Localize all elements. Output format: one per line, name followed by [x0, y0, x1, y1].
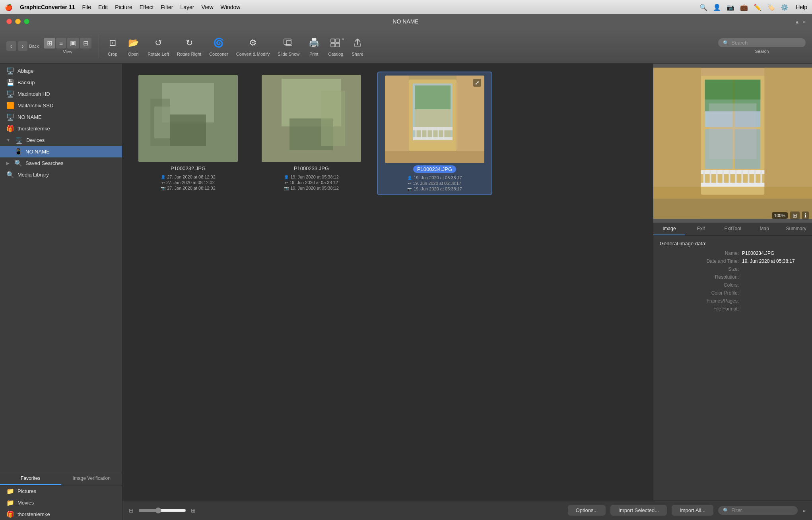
back-button[interactable]: ‹ — [6, 41, 16, 51]
minimize-button[interactable] — [15, 19, 21, 24]
svg-rect-28 — [413, 137, 453, 140]
menu-edit[interactable]: Edit — [98, 4, 108, 10]
cocooner-icon: 🌀 — [213, 36, 224, 50]
import-selected-button[interactable]: Import Selected... — [610, 505, 667, 516]
svg-rect-15 — [321, 91, 345, 146]
info-button[interactable]: ℹ — [802, 211, 809, 219]
thumbnail-P1000234[interactable]: ⤢ P1000234.JPG 👤 19. Jun 2020 at 05:38:1… — [377, 72, 492, 195]
view-list-button[interactable]: ≡ — [56, 38, 66, 49]
user-icon[interactable]: 👤 — [713, 4, 721, 11]
sidebar-item-no-name[interactable]: 📱 NO NAME — [0, 146, 122, 157]
menu-window[interactable]: Window — [221, 4, 241, 10]
thorsten-icon: 🎁 — [6, 125, 14, 132]
print-button[interactable]: 🖨️ Print — [304, 34, 323, 58]
convert-icon: ⚙ — [249, 36, 257, 50]
resolution-value — [742, 274, 806, 280]
expand-icon[interactable]: ⤢ — [473, 79, 481, 87]
svg-rect-54 — [701, 183, 765, 187]
view-filmstrip-button[interactable]: ▣ — [67, 38, 79, 49]
sidebar-item-macintosh-hd[interactable]: 🖥️ Macintosh HD — [0, 88, 122, 100]
open-button[interactable]: 📂 Open — [124, 34, 143, 58]
back-label: Back — [29, 44, 39, 49]
sidebar-item-thorsten[interactable]: 🎁 thorstenlemke — [0, 123, 122, 134]
search-input[interactable] — [731, 40, 795, 46]
rotate-left-button[interactable]: ↺ Rotate Left — [144, 34, 172, 58]
thumbnail-P1000232[interactable]: P1000232.JPG 👤 27. Jan 2020 at 08:12:02 … — [130, 72, 246, 195]
menu-picture[interactable]: Picture — [115, 4, 132, 10]
zoom-slider — [138, 507, 186, 514]
tag-icon[interactable]: 🏷️ — [767, 4, 775, 11]
pencil-icon[interactable]: ✏️ — [754, 4, 761, 11]
close-button[interactable] — [6, 19, 12, 24]
tab-exiftool[interactable]: ExifTool — [717, 223, 749, 235]
info-row-date: Date and Time: 19. Jun 2020 at 05:38:17 — [660, 258, 806, 264]
tab-image-verification[interactable]: Image Verification — [61, 472, 122, 485]
menu-file[interactable]: File — [82, 4, 91, 10]
small-grid-icon[interactable]: ⊟ — [129, 507, 134, 514]
menu-layer[interactable]: Layer — [180, 4, 194, 10]
info-row-colors: Colors: — [660, 282, 806, 288]
name-label: Name: — [691, 250, 739, 256]
import-all-button[interactable]: Import All... — [672, 505, 713, 516]
options-button[interactable]: Options... — [568, 505, 606, 516]
thumb-img-P1000233 — [262, 75, 361, 162]
zoom-range[interactable] — [138, 507, 186, 514]
menu-filter[interactable]: Filter — [161, 4, 173, 10]
titlebar: NO NAME ▲ » — [0, 14, 812, 29]
sidebar-item-backup[interactable]: 💾 Backup — [0, 77, 122, 88]
tab-map[interactable]: Map — [748, 223, 780, 235]
crop-button[interactable]: ⊡ Crop — [103, 34, 122, 58]
thumb-name-P1000232: P1000232.JPG — [167, 165, 210, 172]
fav-thorsten[interactable]: 🎁 thorstenlemke — [0, 508, 122, 520]
view-details-button[interactable]: ⊟ — [80, 38, 91, 49]
expand-icon[interactable]: » — [803, 19, 806, 25]
thumbnail-P1000233[interactable]: P1000233.JPG 👤 19. Jun 2020 at 05:38:12 … — [254, 72, 369, 195]
camera-icon[interactable]: 📷 — [727, 4, 734, 11]
devices-collapse-icon: ▼ — [6, 138, 10, 142]
name-value: P1000234.JPG — [742, 250, 806, 256]
sidebar-item-mailarchiv[interactable]: 🟧 MailArchiv SSD — [0, 100, 122, 111]
sidebar-item-ablage[interactable]: 🖥️ Ablage — [0, 65, 122, 77]
tab-favorites[interactable]: Favorites — [0, 472, 61, 485]
favorites-list: 📁 Pictures 📁 Movies 🎁 thorstenlemke — [0, 485, 122, 520]
forward-button[interactable]: › — [18, 41, 28, 51]
fav-movies[interactable]: 📁 Movies — [0, 497, 122, 508]
sidebar-item-no-name-disk[interactable]: 🖥️ NO NAME — [0, 111, 122, 123]
spotlight-icon[interactable]: 🔍 — [699, 4, 707, 11]
menu-effect[interactable]: Effect — [140, 4, 154, 10]
filter-input[interactable] — [731, 508, 787, 513]
apple-menu[interactable]: 🍎 — [5, 4, 13, 11]
app-name[interactable]: GraphicConverter 11 — [20, 4, 75, 10]
gear-icon[interactable]: ⚙️ — [781, 4, 789, 11]
main-layout: 🖥️ Ablage 💾 Backup 🖥️ Macintosh HD 🟧 Mai… — [0, 64, 812, 520]
collapse-icon[interactable]: ▲ — [795, 19, 800, 25]
sidebar-item-devices[interactable]: ▼ 🖥️ Devices — [0, 134, 122, 146]
sidebar-item-saved-searches[interactable]: ▶ 🔍 Saved Searches — [0, 157, 122, 169]
search-box: 🔍 — [718, 38, 806, 47]
menu-help[interactable]: Help — [796, 4, 807, 10]
tab-summary[interactable]: Summary — [780, 223, 812, 235]
maximize-button[interactable] — [24, 19, 29, 24]
info-row-format: File Format: — [660, 306, 806, 312]
zoom-fit-button[interactable]: ⊞ — [790, 211, 800, 219]
sidebar-item-media-library[interactable]: 🔍 Media Library — [0, 169, 122, 180]
view-toggle: ⊞ ≡ ▣ ⊟ — [44, 38, 91, 49]
share-button[interactable]: Share — [348, 34, 367, 58]
slideshow-button[interactable]: Slide Show — [274, 34, 303, 58]
chevron-right-icon[interactable]: » — [802, 507, 806, 514]
catalog-button[interactable]: Catalog ▼ — [325, 34, 346, 58]
fav-pictures[interactable]: 📁 Pictures — [0, 485, 122, 497]
cocooner-button[interactable]: 🌀 Cocooner — [206, 34, 231, 58]
menu-view[interactable]: View — [201, 4, 213, 10]
info-row-frames: Frames/Pages: — [660, 298, 806, 304]
large-grid-icon[interactable]: ⊞ — [191, 507, 196, 514]
sidebar-tabs: Favorites Image Verification — [0, 472, 122, 485]
briefcase-icon[interactable]: 💼 — [740, 4, 748, 11]
view-grid-button[interactable]: ⊞ — [44, 38, 55, 49]
tab-exif[interactable]: Exif — [685, 223, 717, 235]
tab-image[interactable]: Image — [653, 223, 685, 235]
size-value — [742, 266, 806, 272]
rotate-right-button[interactable]: ↻ Rotate Right — [174, 34, 204, 58]
convert-button[interactable]: ⚙ Convert & Modify — [233, 34, 273, 58]
svg-rect-1 — [286, 41, 291, 45]
